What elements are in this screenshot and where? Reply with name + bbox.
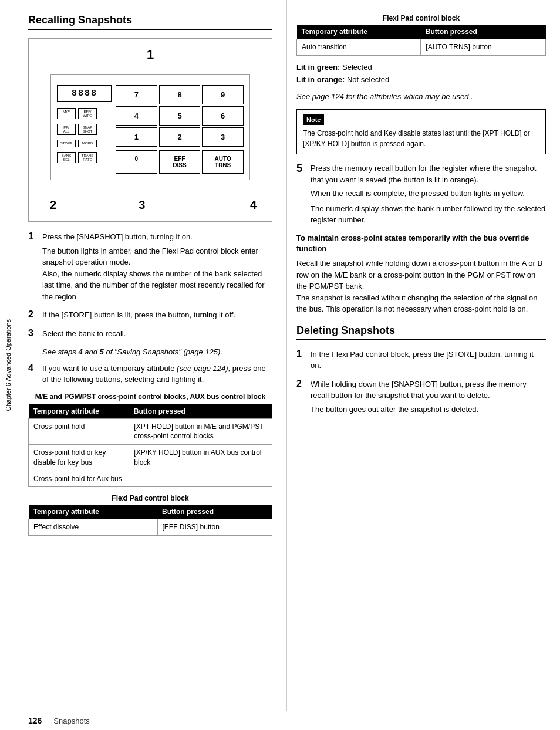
table1-header-2: Button pressed (129, 404, 272, 419)
display-box: 8888 (57, 85, 112, 102)
note-box: Note The Cross-point hold and Key disabl… (296, 109, 546, 155)
btn-row-1: M/E EFF/WIPE (57, 108, 112, 119)
step-2-num: 2 (28, 309, 38, 321)
diagram-content: 8888 M/E EFF/WIPE PP/ALL SNAPSHOT (57, 85, 244, 174)
step-3-num: 3 (28, 328, 38, 340)
del-step-2-header: 2 While holding down the [SNAPSHOT] butt… (296, 378, 546, 401)
table-row: Cross-point hold [XPT HOLD] button in M/… (29, 418, 272, 445)
trans-rate-btn[interactable]: TRANSRATE (78, 152, 97, 163)
eff-wipe-btn[interactable]: EFF/WIPE (78, 108, 97, 119)
del-step-1-num: 1 (296, 349, 306, 371)
numpad-6[interactable]: 6 (202, 106, 244, 126)
table2-caption: Flexi Pad control block (28, 494, 272, 502)
lit-orange-line: Lit in orange: Not selected (296, 75, 546, 84)
step-1-body: The button lights in amber, and the Flex… (42, 245, 272, 303)
step-5: 5 Press the memory recall button for the… (296, 163, 546, 226)
diagram-label-3: 3 (139, 198, 145, 212)
del-step-2: 2 While holding down the [SNAPSHOT] butt… (296, 378, 546, 415)
step-5-text: Press the memory recall button for the r… (311, 163, 546, 185)
numpad-4[interactable]: 4 (116, 106, 157, 126)
ref-italic: See page 124 for the attributes which ma… (296, 92, 546, 101)
right-column: Flexi Pad control block Temporary attrib… (286, 0, 560, 711)
step-4-header: 4 If you want to use a temporary attribu… (28, 363, 272, 386)
italic-note: See steps 4 and 5 of "Saving Snapshots" … (42, 346, 272, 358)
table2: Temporary attribute Button pressed Effec… (28, 505, 272, 536)
me-btn[interactable]: M/E (57, 108, 76, 119)
step-3-text: Select the bank to recall. (42, 328, 126, 340)
left-column: Recalling Snapshots 1 8888 M/E (16, 0, 286, 711)
btn-eff-diss[interactable]: EFFDISS (159, 150, 201, 174)
numpad-7[interactable]: 7 (116, 85, 157, 104)
del-step-1-header: 1 In the Flexi Pad control block, press … (296, 349, 546, 371)
right-panel: 7 8 9 4 5 6 1 2 3 (116, 85, 244, 174)
step-5-header: 5 Press the memory recall button for the… (296, 163, 546, 185)
numpad-2[interactable]: 2 (159, 127, 201, 147)
columns: Recalling Snapshots 1 8888 M/E (16, 0, 560, 711)
snapshot-btn[interactable]: SNAPSHOT (78, 124, 97, 135)
step-1-text: Press the [SNAPSHOT] button, turning it … (42, 231, 193, 243)
table-row: Auto transition [AUTO TRNS] button (297, 39, 546, 56)
sidebar: Chapter 6 Advanced Operations (0, 0, 16, 730)
store-btn[interactable]: STORE (57, 140, 76, 147)
del-step-2-body: The button goes out after the snapshot i… (311, 404, 546, 415)
diagram-inner: 8888 M/E EFF/WIPE PP/ALL SNAPSHOT (50, 74, 250, 180)
table3-row1-col2: [AUTO TRNS] button (421, 39, 546, 56)
table-row: Cross-point hold or key disable for key … (29, 445, 272, 471)
numpad-8[interactable]: 8 (159, 85, 201, 104)
bottom-btns: 0 EFFDISS AUTOTRNS (116, 150, 244, 174)
table3-caption: Flexi Pad control block (296, 14, 546, 22)
page-label: Snapshots (53, 717, 89, 725)
btn-auto-trns[interactable]: AUTOTRNS (202, 150, 244, 174)
lit-green-label: Lit in green: (296, 63, 340, 72)
bank-sel-btn[interactable]: BANKSEL (57, 152, 76, 163)
del-step-2-num: 2 (296, 378, 306, 401)
bus-override-section: To maintain cross-point states temporari… (296, 233, 546, 315)
table1-row3-col1: Cross-point hold for Aux bus (29, 471, 129, 487)
numpad-5[interactable]: 5 (159, 106, 201, 126)
step-5-body2: The numeric display shows the bank numbe… (311, 203, 546, 226)
step-3: 3 Select the bank to recall. (28, 328, 272, 340)
diagram-label-2: 2 (50, 198, 56, 212)
step-5-body1: When the recall is complete, the pressed… (311, 188, 546, 200)
numpad-3[interactable]: 3 (202, 127, 244, 147)
table1-row2-col1: Cross-point hold or key disable for key … (29, 445, 129, 471)
table1-row1-col1: Cross-point hold (29, 418, 129, 445)
table3-header-2: Button pressed (421, 25, 546, 39)
table1: Temporary attribute Button pressed Cross… (28, 404, 272, 488)
table2-row1-col2: [EFF DISS] button (157, 519, 272, 536)
table2-header-2: Button pressed (157, 505, 272, 519)
page-footer: 126 Snapshots (16, 711, 560, 730)
numpad-9[interactable]: 9 (202, 85, 244, 104)
section-title-recalling: Recalling Snapshots (28, 14, 272, 30)
left-panel: 8888 M/E EFF/WIPE PP/ALL SNAPSHOT (57, 85, 116, 174)
step-1: 1 Press the [SNAPSHOT] button, turning i… (28, 231, 272, 302)
table3-row1-col1: Auto transition (297, 39, 421, 56)
note-label: Note (303, 114, 324, 126)
pp-all-btn[interactable]: PP/ALL (57, 124, 76, 135)
table1-row1-col2: [XPT HOLD] button in M/E and PGM/PST cro… (129, 418, 272, 445)
mcro-btn[interactable]: MCRO (78, 140, 97, 147)
numpad-1[interactable]: 1 (116, 127, 157, 147)
bus-override-body: Recall the snapshot while holding down a… (296, 258, 546, 315)
section-title-deleting: Deleting Snapshots (296, 325, 546, 340)
btn-0[interactable]: 0 (116, 150, 157, 174)
table1-header-1: Temporary attribute (29, 404, 129, 419)
step-5-num: 5 (296, 163, 306, 185)
step-1-header: 1 Press the [SNAPSHOT] button, turning i… (28, 231, 272, 243)
page-number: 126 (28, 716, 42, 725)
step-3-header: 3 Select the bank to recall. (28, 328, 272, 340)
del-step-1: 1 In the Flexi Pad control block, press … (296, 349, 546, 371)
table1-row3-col2 (129, 471, 272, 487)
page-container: Chapter 6 Advanced Operations Recalling … (0, 0, 560, 730)
btn-row-3: STORE MCRO (57, 140, 112, 147)
step-1-num: 1 (28, 231, 38, 243)
numpad: 7 8 9 4 5 6 1 2 3 (116, 85, 244, 147)
del-step-1-text: In the Flexi Pad control block, press th… (311, 349, 546, 371)
table2-header-1: Temporary attribute (29, 505, 158, 519)
btn-row-2: PP/ALL SNAPSHOT (57, 124, 112, 135)
diagram-label-1: 1 (147, 47, 154, 62)
table2-row1-col1: Effect dissolve (29, 519, 158, 536)
table1-row2-col2: [XP/KY HOLD] button in AUX bus control b… (129, 445, 272, 471)
table3-header-1: Temporary attribute (297, 25, 421, 39)
lit-green-line: Lit in green: Selected (296, 63, 546, 72)
